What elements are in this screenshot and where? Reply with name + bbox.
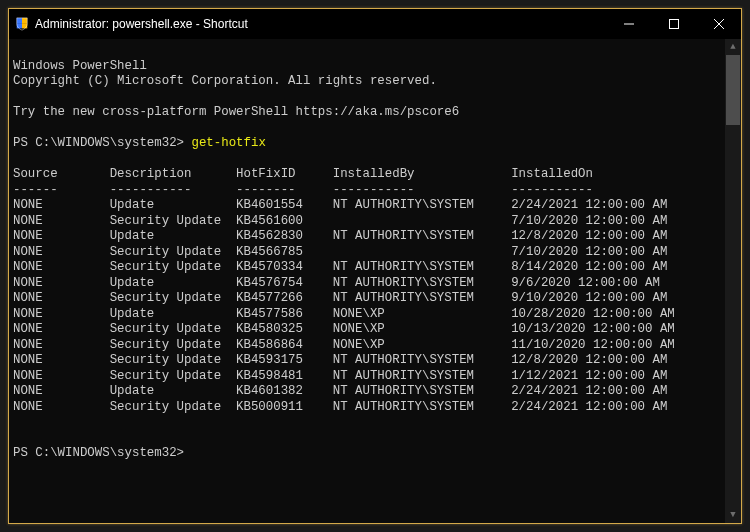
svg-rect-0 [17, 18, 22, 23]
minimize-button[interactable] [606, 9, 651, 39]
terminal-area[interactable]: Windows PowerShell Copyright (C) Microso… [9, 39, 741, 523]
titlebar[interactable]: Administrator: powershell.exe - Shortcut [9, 9, 741, 39]
svg-rect-5 [669, 20, 678, 29]
banner-line: Try the new cross-platform PowerShell ht… [13, 105, 459, 119]
scroll-thumb[interactable] [726, 55, 740, 125]
title-left: Administrator: powershell.exe - Shortcut [9, 17, 606, 31]
prompt-path: PS C:\WINDOWS\system32> [13, 136, 191, 150]
banner-line: Windows PowerShell [13, 59, 147, 73]
scroll-up-arrow-icon[interactable]: ▲ [725, 39, 741, 55]
shield-icon [15, 17, 29, 31]
close-button[interactable] [696, 9, 741, 39]
banner-line: Copyright (C) Microsoft Corporation. All… [13, 74, 437, 88]
command-text: get-hotfix [191, 136, 265, 150]
svg-rect-2 [17, 23, 22, 28]
powershell-window: Administrator: powershell.exe - Shortcut… [8, 8, 742, 524]
table-rows: NONE Update KB4601554 NT AUTHORITY\SYSTE… [13, 198, 741, 415]
prompt-path: PS C:\WINDOWS\system32> [13, 446, 191, 460]
table-separator-row: ------ ----------- -------- ----------- … [13, 183, 593, 197]
table-header-row: Source Description HotFixID InstalledBy … [13, 167, 593, 181]
scroll-down-arrow-icon[interactable]: ▼ [725, 507, 741, 523]
window-controls [606, 9, 741, 39]
svg-rect-3 [22, 23, 27, 28]
maximize-button[interactable] [651, 9, 696, 39]
svg-rect-1 [22, 18, 27, 23]
vertical-scrollbar[interactable]: ▲ ▼ [725, 39, 741, 523]
terminal-content: Windows PowerShell Copyright (C) Microso… [13, 43, 741, 462]
window-title: Administrator: powershell.exe - Shortcut [35, 17, 248, 31]
